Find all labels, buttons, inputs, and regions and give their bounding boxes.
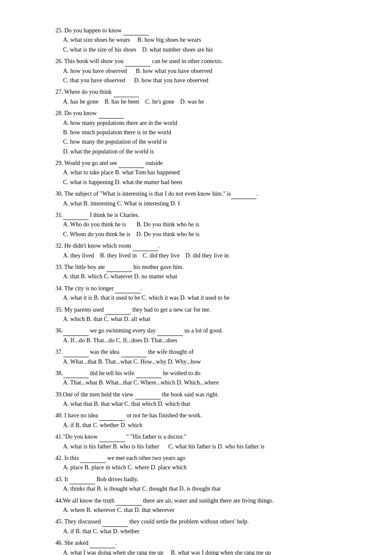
blank-29 [118, 158, 144, 168]
question-35: 35. My parents used they had to get a ne… [55, 305, 349, 324]
question-33: 33. The little boy ate his mother gave h… [55, 262, 349, 282]
question-31-text: 31. I think he is Charles. [55, 210, 349, 220]
question-46-text: 46. She asked . [55, 538, 349, 548]
question-28-option-b: B. how much population there is in the w… [63, 128, 349, 137]
question-41: 41."Do you know " "His father is a docto… [55, 432, 349, 451]
question-32: 32. He didn't know which room . A. they … [55, 241, 349, 260]
question-25-options-1: A. what size shoes he wears B. how big s… [55, 35, 349, 45]
blank-38a [63, 368, 89, 378]
question-29-text: 29. Would you go and see outside [55, 158, 349, 168]
question-37-options-1: A. What...that B. That...what C. How...w… [55, 357, 349, 367]
question-31: 31. I think he is Charles. A. Who do you… [55, 210, 349, 239]
question-35-options-1: A. which B. that C. what D. all what [55, 315, 349, 324]
blank-32 [133, 241, 158, 251]
question-28-option-c: C. how many the population of the world … [63, 137, 349, 147]
blank-44 [116, 496, 141, 506]
question-43-text: 43. It Bob drives badly. [55, 474, 349, 484]
question-28: 28. Do you know A. how many populations … [55, 108, 349, 156]
question-38-text: 38. did he tell his wife he wished to do [55, 368, 349, 378]
question-36-text: 36. we go swimming every day us a lot of… [55, 326, 349, 335]
question-38: 38. did he tell his wife he wished to do… [55, 368, 349, 388]
blank-30 [231, 189, 257, 199]
question-33-options-1: A. that B. which C. whatever D. no matte… [55, 272, 349, 281]
blank-35 [105, 305, 131, 315]
question-33-text: 33. The little boy ate his mother gave h… [55, 262, 349, 272]
question-43-options-1: A. thinks that B. is thought what C. tho… [55, 484, 349, 494]
question-34: 34. The city is no longer . A. what it i… [55, 283, 349, 303]
blank-37a [63, 347, 89, 357]
question-39: 39.One of the men held the view the book… [55, 390, 349, 409]
blank-45 [102, 517, 128, 526]
question-27-text: 27. Where do you think [55, 87, 349, 97]
blank-31 [63, 210, 89, 220]
question-26-text: 26. This book will show you can be used … [55, 56, 349, 66]
blank-26 [125, 56, 150, 66]
question-39-text: 39.One of the men held the view the book… [55, 390, 349, 399]
question-44-text: 44.We all know the truth there are air, … [55, 496, 349, 506]
question-25: 25. Do you happen to know A. what size s… [55, 26, 349, 55]
question-40-options-1: A. if B. that C. whether D. which [55, 421, 349, 430]
blank-46 [90, 538, 115, 548]
blank-38b [136, 368, 161, 378]
question-32-options-1: A. they lived B. they lived in C. did th… [55, 251, 349, 260]
question-30-options-1: A. what B. interesting C. What is intere… [55, 199, 349, 208]
question-28-options: A. how many populations there are in the… [55, 119, 349, 157]
question-41-options-1: A. what is his father B. who is his fath… [55, 442, 349, 451]
question-39-options-1: A. what that B. that what C. that which … [55, 399, 349, 409]
blank-41 [99, 432, 125, 442]
blank-25 [123, 26, 149, 35]
question-35-text: 35. My parents used they had to get a ne… [55, 305, 349, 315]
blank-34 [115, 283, 141, 293]
blank-28 [98, 108, 124, 118]
question-26-options-1: A. how you have observed B. how what you… [55, 66, 349, 76]
page-content: 25. Do you happen to know A. what size s… [55, 26, 349, 555]
question-46: 46. She asked . A. what I was doing when… [55, 538, 349, 555]
question-26-options-2: C. that you have observed D. how that yo… [55, 76, 349, 85]
question-29: 29. Would you go and see outside A. what… [55, 158, 349, 187]
question-42-text: 42. Is this we met each other two years … [55, 453, 349, 463]
blank-42 [80, 453, 106, 463]
question-28-text: 28. Do you know [55, 108, 349, 118]
blank-39 [135, 390, 161, 399]
question-30: 30. The subject of "What is interesting … [55, 189, 349, 208]
question-29-options-2: C. what is happening D. what the matter … [55, 178, 349, 187]
blank-40 [99, 410, 125, 420]
question-43: 43. It Bob drives badly. A. thinks that … [55, 474, 349, 494]
question-40-text: 40. I have no idea or not he has finishe… [55, 410, 349, 420]
blank-33 [107, 262, 132, 272]
question-34-options-1: A. what it is B. that it used to be C. w… [55, 293, 349, 303]
question-25-text: 25. Do you happen to know [55, 26, 349, 35]
question-36: 36. we go swimming every day us a lot of… [55, 326, 349, 345]
question-45: 45. They discussed they could settle the… [55, 517, 349, 536]
question-29-options-1: A. what to take place B. what Tom has ha… [55, 168, 349, 177]
question-44: 44.We all know the truth there are air, … [55, 496, 349, 515]
question-44-options-1: A. where B. wherever C. that D. that whe… [55, 506, 349, 515]
question-31-options-1: A. Who do you think he is B. Do you thin… [55, 220, 349, 229]
blank-36b [157, 326, 183, 335]
question-42-options-1: A. place B. place in which C. where D. p… [55, 463, 349, 472]
question-37-text: 37. was the idea the wife thought of [55, 347, 349, 357]
blank-37b [121, 347, 147, 357]
question-28-option-d: D. what the population of the world is [63, 147, 349, 156]
question-28-option-a: A. how many populations there are in the… [63, 119, 349, 128]
question-32-text: 32. He didn't know which room . [55, 241, 349, 251]
question-34-text: 34. The city is no longer . [55, 283, 349, 293]
question-31-options-2: C. Whom do you think he is D. Do you thi… [55, 230, 349, 239]
question-36-options-1: A. If...do B. That...do C. If...does D. … [55, 336, 349, 345]
question-25-options-2: C. what is the size of his shoes D. what… [55, 45, 349, 55]
question-37: 37. was the idea the wife thought of A. … [55, 347, 349, 367]
question-27-options-1: A. has he gone B. has he been C. he's go… [55, 97, 349, 107]
blank-43 [69, 474, 95, 484]
question-40: 40. I have no idea or not he has finishe… [55, 410, 349, 430]
question-30-text: 30. The subject of "What is interesting … [55, 189, 349, 199]
blank-27 [113, 87, 139, 97]
question-38-options-1: A. That...what B. What...that C. Where..… [55, 378, 349, 387]
blank-36a [63, 326, 89, 335]
question-42: 42. Is this we met each other two years … [55, 453, 349, 473]
question-46-options-1: A. what I was doing when she rang me up … [55, 548, 349, 555]
question-45-text: 45. They discussed they could settle the… [55, 517, 349, 526]
question-45-options-1: A. if B. that C. what D. whether [55, 527, 349, 536]
question-41-text: 41."Do you know " "His father is a docto… [55, 432, 349, 442]
question-27: 27. Where do you think A. has he gone B.… [55, 87, 349, 107]
question-26: 26. This book will show you can be used … [55, 56, 349, 85]
